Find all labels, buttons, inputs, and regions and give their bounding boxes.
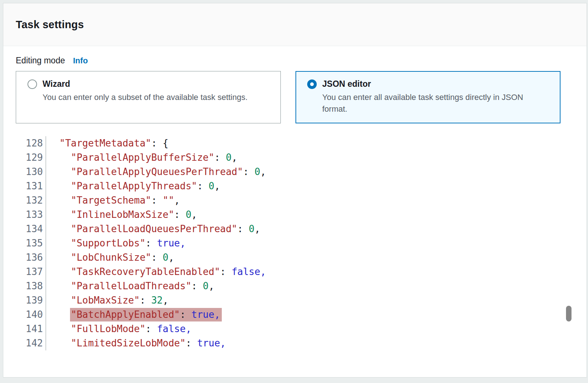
json-value: 0 [249,223,255,234]
json-colon: : [140,295,151,306]
json-key: "ParallelApplyThreads" [71,181,197,192]
indent [59,195,71,206]
code-line-content: "TargetSchema": "", [71,195,180,206]
code-line[interactable]: "LobChunkSize": 0, [59,250,574,265]
json-comma: , [254,223,260,234]
code-line-highlighted[interactable]: "BatchApplyEnabled": true, [59,308,574,322]
json-comma: , [232,152,238,163]
code-line-content: "BatchApplyEnabled": true, [70,308,222,321]
indent [59,280,71,291]
line-number: 135 [16,236,43,250]
json-comma: , [191,209,197,220]
json-key: "InlineLobMaxSize" [71,209,174,220]
json-value: true [197,338,220,349]
option-card-json-editor[interactable]: JSON editor You can enter all available … [295,71,561,123]
indent [59,309,71,320]
code-line[interactable]: "ParallelLoadQueuesPerThread": 0, [59,222,574,236]
radio-button-wizard[interactable] [27,79,37,89]
json-key: "TargetSchema" [71,195,151,206]
code-line[interactable]: "ParallelLoadThreads": 0, [59,279,574,293]
json-value: 0 [163,252,169,263]
code-line[interactable]: "TaskRecoveryTableEnabled": false, [59,265,574,279]
json-key: "ParallelLoadQueuesPerThread" [71,223,237,234]
json-value: false [157,323,185,334]
code-line-content: "TargetMetadata": { [59,138,168,149]
code-line-content: "FullLobMode": false, [71,323,191,334]
info-link[interactable]: Info [73,56,88,66]
code-line-content: "TaskRecoveryTableEnabled": false, [71,266,266,277]
json-key: "ParallelApplyQueuesPerThread" [71,166,243,177]
json-code-editor[interactable]: 1281291301311321331341351361371381391401… [16,136,574,360]
scrollbar-thumb[interactable] [566,306,572,321]
json-colon: : [243,166,254,177]
option-description-json-editor: You can enter all available task setting… [322,92,550,115]
json-comma: , [163,295,169,306]
json-comma: , [214,181,220,192]
json-comma: , [174,195,180,206]
line-number: 131 [16,179,43,193]
line-number: 128 [16,136,43,150]
editing-mode-label: Editing mode [16,56,65,66]
code-lines[interactable]: "TargetMetadata": { "ParallelApplyBuffer… [46,136,574,350]
code-line[interactable]: "InlineLobMaxSize": 0, [59,208,574,222]
json-colon: : [180,309,191,320]
panel-header: Task settings [3,3,587,46]
option-title-json-editor: JSON editor [322,79,371,89]
json-value: 0 [226,152,232,163]
json-colon: : [151,252,162,263]
json-colon: : [220,266,231,277]
code-line-content: "InlineLobMaxSize": 0, [71,209,197,220]
indent [59,252,71,263]
json-colon: : [191,280,203,291]
radio-button-json-editor[interactable] [307,79,317,89]
option-card-wizard[interactable]: Wizard You can enter only a subset of th… [16,71,281,123]
code-line[interactable]: "LobMaxSize": 32, [59,293,574,308]
line-number: 133 [16,208,43,222]
code-line[interactable]: "ParallelApplyThreads": 0, [59,179,574,193]
line-number: 141 [16,322,43,336]
code-line[interactable]: "TargetMetadata": { [59,136,574,150]
json-key: "LimitedSizeLobMode" [71,338,185,349]
json-colon: : [146,238,157,249]
indent [59,181,71,192]
line-number: 138 [16,279,43,293]
indent [59,209,71,220]
json-colon: : [214,152,226,163]
line-number-gutter: 1281291301311321331341351361371381391401… [16,136,43,350]
line-number: 136 [16,250,43,265]
json-colon: : [174,209,185,220]
json-key: "ParallelLoadThreads" [71,280,191,291]
line-number: 134 [16,222,43,236]
code-line-content: "ParallelLoadThreads": 0, [71,280,214,291]
code-line[interactable]: "ParallelApplyQueuesPerThread": 0, [59,165,574,179]
json-value: false [232,266,260,277]
json-key: "TargetMetadata" [59,138,151,149]
json-colon: : [146,323,157,334]
json-value: 0 [209,181,214,192]
task-settings-panel: Task settings Editing mode Info Wizard Y… [3,3,587,378]
code-line[interactable]: "LimitedSizeLobMode": true, [59,336,574,350]
line-number: 132 [16,193,43,208]
json-key: "LobChunkSize" [71,252,151,263]
line-number: 129 [16,150,43,165]
code-line[interactable]: "ParallelApplyBufferSize": 0, [59,150,574,165]
json-value: "" [163,195,174,206]
json-key: "LobMaxSize" [71,295,140,306]
code-line[interactable]: "TargetSchema": "", [59,193,574,208]
line-number: 142 [16,336,43,350]
json-value: 0 [254,166,260,177]
json-comma: , [260,266,266,277]
line-number: 140 [16,308,43,322]
json-comma: , [168,252,174,263]
option-description-wizard: You can enter only a subset of the avail… [43,92,271,103]
indent [59,323,71,334]
indent [59,338,71,349]
code-line[interactable]: "FullLobMode": false, [59,322,574,336]
json-key: "TaskRecoveryTableEnabled" [71,266,220,277]
json-comma: , [185,323,191,334]
json-key: "ParallelApplyBufferSize" [71,152,214,163]
json-colon: : [151,138,162,149]
code-line[interactable]: "SupportLobs": true, [59,236,574,250]
panel-content: Editing mode Info Wizard You can enter o… [3,56,587,360]
json-colon: : [151,195,162,206]
